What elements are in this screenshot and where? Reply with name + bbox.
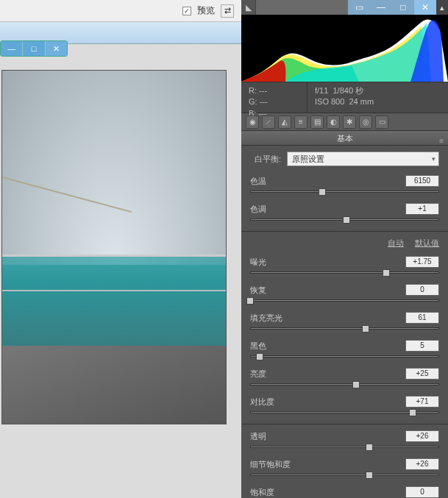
preview-checkbox[interactable]: ✓ bbox=[182, 7, 191, 15]
slider-temp: 色温 6150 bbox=[241, 172, 448, 200]
slider-tint: 色调 +1 bbox=[241, 200, 448, 228]
slider-contrast: 对比度 +71 bbox=[241, 393, 448, 421]
slider-thumb[interactable] bbox=[246, 297, 254, 305]
exif-shutter: 1/840 秒 bbox=[333, 86, 363, 95]
section-menu-icon[interactable]: ≡ bbox=[439, 134, 444, 149]
slider-thumb[interactable] bbox=[319, 188, 326, 196]
exif-info: R: --- G: --- B: --- f/11 1/840 秒 ISO 80… bbox=[241, 82, 448, 113]
histogram-toggle-icon[interactable]: ◣ bbox=[241, 0, 256, 15]
exif-iso: ISO 800 bbox=[315, 97, 344, 106]
slider-value[interactable]: +1 bbox=[405, 203, 439, 215]
slider-saturation: 饱和度 0 bbox=[241, 483, 448, 498]
slider-label: 曝光 bbox=[250, 257, 266, 268]
tool-detail-icon[interactable]: ◭ bbox=[278, 115, 291, 129]
slider-label: 色温 bbox=[250, 176, 266, 187]
wb-select[interactable]: 原照设置 ▾ bbox=[287, 152, 439, 166]
exif-aperture: f/11 bbox=[315, 86, 328, 95]
auto-link[interactable]: 自动 bbox=[388, 238, 404, 247]
slider-thumb[interactable] bbox=[366, 444, 373, 451]
slider-value[interactable]: +71 bbox=[405, 396, 439, 408]
slider-thumb[interactable] bbox=[343, 216, 350, 224]
slider-value[interactable]: 6150 bbox=[405, 175, 439, 187]
slider-thumb[interactable] bbox=[366, 472, 373, 479]
section-header: 基本 ≡ bbox=[241, 131, 448, 146]
tool-split-icon[interactable]: ▤ bbox=[310, 115, 324, 129]
slider-clarity: 透明 +26 bbox=[241, 427, 448, 455]
slider-vibrance: 细节饱和度 +26 bbox=[241, 455, 448, 483]
slider-value[interactable]: +26 bbox=[405, 458, 439, 470]
preview-toolbar: ✓ 预览 ⇄ bbox=[0, 0, 241, 22]
slider-track[interactable] bbox=[250, 216, 439, 224]
panel-close-icon[interactable]: ✕ bbox=[414, 0, 436, 15]
slider-value[interactable]: 5 bbox=[405, 340, 439, 352]
slider-thumb[interactable] bbox=[352, 381, 360, 388]
slider-thumb[interactable] bbox=[383, 269, 390, 277]
slider-track[interactable] bbox=[250, 353, 439, 360]
panel-minimize-icon[interactable]: — bbox=[370, 0, 392, 15]
slider-thumb[interactable] bbox=[256, 353, 263, 360]
slider-value[interactable]: 0 bbox=[405, 284, 439, 296]
slider-track[interactable] bbox=[250, 472, 439, 479]
slider-label: 透明 bbox=[250, 431, 266, 442]
slider-thumb[interactable] bbox=[409, 409, 416, 416]
slider-track[interactable] bbox=[250, 297, 439, 305]
slider-value[interactable]: +26 bbox=[405, 430, 439, 442]
slider-thumb[interactable] bbox=[362, 325, 369, 332]
slider-value[interactable]: 0 bbox=[405, 486, 439, 498]
slider-label: 饱和度 bbox=[250, 487, 274, 498]
tool-curve-icon[interactable]: ⟋ bbox=[262, 115, 275, 129]
wb-label: 白平衡: bbox=[250, 154, 287, 165]
slider-label: 对比度 bbox=[250, 396, 274, 408]
tool-basic-icon[interactable]: ◉ bbox=[246, 115, 259, 129]
slider-value[interactable]: +1.75 bbox=[405, 256, 439, 268]
inner-maximize-icon[interactable]: □ bbox=[22, 41, 45, 56]
inner-window-controls: — □ ✕ bbox=[0, 40, 68, 57]
slider-label: 细节饱和度 bbox=[250, 459, 291, 470]
inner-minimize-icon[interactable]: — bbox=[1, 41, 22, 56]
panel-maximize-icon[interactable]: □ bbox=[392, 0, 414, 15]
slider-recovery: 恢复 0 bbox=[241, 281, 448, 309]
slider-label: 恢复 bbox=[250, 285, 266, 296]
panel-window-controls: ◣ ▭ — □ ✕ ▴ bbox=[241, 0, 448, 15]
panel-shrink-icon[interactable]: ▭ bbox=[348, 0, 370, 15]
photo-preview bbox=[1, 70, 227, 424]
slider-fill: 填充亮光 61 bbox=[241, 309, 448, 337]
histogram bbox=[241, 15, 448, 82]
tool-calib-icon[interactable]: ◎ bbox=[359, 115, 372, 129]
inner-close-icon[interactable]: ✕ bbox=[46, 41, 67, 56]
panel-collapse-icon[interactable]: ▴ bbox=[436, 0, 448, 15]
slider-label: 色调 bbox=[250, 204, 266, 215]
slider-brightness: 亮度 +25 bbox=[241, 365, 448, 393]
slider-track[interactable] bbox=[250, 381, 439, 388]
slider-track[interactable] bbox=[250, 444, 439, 451]
slider-value[interactable]: +25 bbox=[405, 368, 439, 380]
tool-fx-icon[interactable]: ✱ bbox=[343, 115, 356, 129]
wb-value: 原照设置 bbox=[292, 154, 324, 165]
preview-label: 预览 bbox=[197, 4, 215, 17]
exif-focal: 24 mm bbox=[349, 97, 374, 106]
slider-label: 填充亮光 bbox=[250, 313, 282, 324]
chevron-down-icon: ▾ bbox=[432, 155, 435, 163]
section-title: 基本 bbox=[337, 134, 353, 143]
tool-hsl-icon[interactable]: ≡ bbox=[294, 115, 307, 129]
slider-track[interactable] bbox=[250, 409, 439, 416]
slider-label: 黑色 bbox=[250, 341, 266, 352]
swap-icon[interactable]: ⇄ bbox=[221, 4, 234, 18]
tool-lens-icon[interactable]: ◐ bbox=[327, 115, 340, 129]
tool-preset-icon[interactable]: ▭ bbox=[375, 115, 388, 129]
auto-default-links: 自动 默认值 bbox=[241, 235, 448, 253]
slider-value[interactable]: 61 bbox=[405, 312, 439, 324]
slider-track[interactable] bbox=[250, 188, 439, 196]
slider-track[interactable] bbox=[250, 269, 439, 277]
rgb-r: R: --- bbox=[249, 85, 299, 96]
slider-exposure: 曝光 +1.75 bbox=[241, 253, 448, 281]
adjustment-panel: ◣ ▭ — □ ✕ ▴ R: --- G: --- B: --- f/11 1/… bbox=[241, 0, 448, 498]
slider-label: 亮度 bbox=[250, 369, 266, 380]
default-link[interactable]: 默认值 bbox=[415, 238, 439, 247]
preview-pane: ✓ 预览 ⇄ — □ ✕ bbox=[0, 0, 241, 498]
slider-blacks: 黑色 5 bbox=[241, 337, 448, 365]
slider-track[interactable] bbox=[250, 325, 439, 332]
rgb-g: G: --- bbox=[249, 96, 299, 107]
tool-tabs: ◉ ⟋ ◭ ≡ ▤ ◐ ✱ ◎ ▭ bbox=[241, 113, 448, 131]
